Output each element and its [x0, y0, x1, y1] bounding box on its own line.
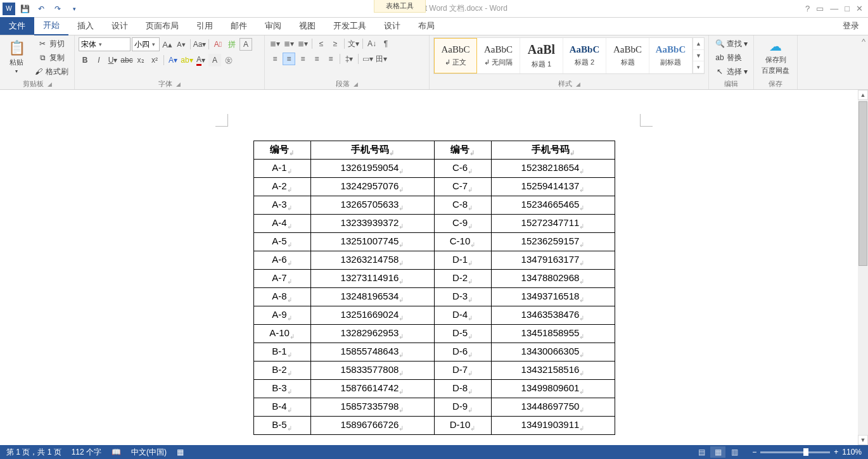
- macro-icon[interactable]: ▦: [177, 448, 184, 456]
- table-header[interactable]: 手机号码↲: [491, 141, 615, 160]
- scroll-thumb[interactable]: [858, 101, 867, 266]
- strikethrough-icon[interactable]: abc: [120, 54, 133, 66]
- format-painter-button[interactable]: 🖌格式刷: [32, 65, 70, 78]
- scroll-up-icon[interactable]: ▲: [858, 90, 868, 100]
- table-cell[interactable]: 13491903911↲: [491, 417, 615, 435]
- multilevel-icon[interactable]: ≣▾: [297, 37, 309, 50]
- help-icon[interactable]: ?: [805, 4, 810, 13]
- table-cell[interactable]: D-8↲: [434, 380, 491, 398]
- page-indicator[interactable]: 第 1 页，共 1 页: [6, 447, 61, 458]
- font-color-icon[interactable]: A▾: [195, 54, 207, 66]
- table-cell[interactable]: 13282962953↲: [310, 325, 434, 343]
- tab-insert[interactable]: 插入: [68, 17, 103, 35]
- table-cell[interactable]: D-7↲: [434, 362, 491, 380]
- table-cell[interactable]: 15234665465↲: [491, 196, 615, 215]
- zoom-in-icon[interactable]: +: [834, 448, 838, 456]
- scroll-down-icon[interactable]: ▼: [858, 435, 868, 445]
- table-row[interactable]: A-2↲13242957076↲C-7↲15259414137↲: [253, 178, 615, 196]
- table-cell[interactable]: A-7↲: [253, 270, 310, 288]
- table-cell[interactable]: D-9↲: [434, 398, 491, 417]
- tab-design[interactable]: 设计: [103, 17, 137, 35]
- table-header[interactable]: 手机号码↲: [310, 141, 434, 160]
- table-cell[interactable]: 13265705633↲: [310, 196, 434, 215]
- table-cell[interactable]: 13273114916↲: [310, 270, 434, 288]
- italic-icon[interactable]: I: [93, 54, 105, 66]
- table-cell[interactable]: 15272347711↲: [491, 215, 615, 233]
- table-row[interactable]: A-4↲13233939372↲C-9↲15272347711↲: [253, 215, 615, 233]
- table-cell[interactable]: C-9↲: [434, 215, 491, 233]
- zoom-level[interactable]: 110%: [842, 448, 862, 456]
- numbering-icon[interactable]: ≣▾: [283, 37, 295, 50]
- sort-icon[interactable]: A↓: [366, 37, 378, 50]
- style-title[interactable]: AaBbC标题: [606, 38, 649, 73]
- table-row[interactable]: B-4↲15857335798↲D-9↲13448697750↲: [253, 398, 615, 417]
- show-marks-icon[interactable]: ¶: [380, 37, 392, 50]
- table-cell[interactable]: 15896766726↲: [310, 417, 434, 435]
- ribbon-opts-icon[interactable]: ▭: [816, 4, 824, 13]
- table-cell[interactable]: 13233939372↲: [310, 215, 434, 233]
- table-cell[interactable]: B-3↲: [253, 380, 310, 398]
- table-row[interactable]: B-2↲15833577808↲D-7↲13432158516↲: [253, 362, 615, 380]
- table-cell[interactable]: 15855748643↲: [310, 343, 434, 362]
- table-cell[interactable]: D-10↲: [434, 417, 491, 435]
- table-header[interactable]: 编号↲: [434, 141, 491, 160]
- styles-more-icon[interactable]: ▾: [693, 61, 704, 73]
- table-cell[interactable]: D-3↲: [434, 288, 491, 306]
- phonetic-guide-icon[interactable]: 拼: [226, 38, 238, 51]
- table-cell[interactable]: A-5↲: [253, 233, 310, 251]
- distributed-icon[interactable]: ≡: [324, 53, 337, 65]
- style-heading2[interactable]: AaBbC标题 2: [563, 38, 606, 73]
- align-right-icon[interactable]: ≡: [297, 53, 309, 65]
- font-name-select[interactable]: 宋体▾: [79, 37, 131, 51]
- tab-view[interactable]: 视图: [290, 17, 324, 35]
- page[interactable]: 编号↲手机号码↲编号↲手机号码↲ A-1↲13261959054↲C-6↲152…: [158, 96, 710, 445]
- text-effects-icon[interactable]: A▾: [167, 54, 179, 66]
- increase-indent-icon[interactable]: ≥: [329, 37, 341, 50]
- replace-button[interactable]: ab替换: [713, 51, 744, 64]
- enclose-char-icon[interactable]: ㊛: [222, 54, 235, 66]
- language-indicator[interactable]: 中文(中国): [131, 447, 167, 458]
- tab-file[interactable]: 文件: [0, 17, 34, 35]
- align-center-icon[interactable]: ≡: [283, 53, 295, 65]
- table-cell[interactable]: A-2↲: [253, 178, 310, 196]
- tab-layout[interactable]: 页面布局: [137, 17, 188, 35]
- table-row[interactable]: B-1↲15855748643↲D-6↲13430066305↲: [253, 343, 615, 362]
- line-spacing-icon[interactable]: ‡▾: [343, 53, 355, 65]
- table-cell[interactable]: C-10↲: [434, 233, 491, 251]
- table-cell[interactable]: B-1↲: [253, 343, 310, 362]
- close-icon[interactable]: ✕: [856, 4, 863, 13]
- table-cell[interactable]: D-6↲: [434, 343, 491, 362]
- select-button[interactable]: ↖选择 ▾: [713, 65, 750, 78]
- table-row[interactable]: A-8↲13248196534↲D-3↲13493716518↲: [253, 288, 615, 306]
- table-cell[interactable]: A-1↲: [253, 160, 310, 178]
- char-border-icon[interactable]: A: [239, 38, 252, 51]
- table-cell[interactable]: D-4↲: [434, 306, 491, 325]
- table-cell[interactable]: A-8↲: [253, 288, 310, 306]
- table-cell[interactable]: 15236259157↲: [491, 233, 615, 251]
- table-cell[interactable]: D-2↲: [434, 270, 491, 288]
- table-cell[interactable]: 15857335798↲: [310, 398, 434, 417]
- style-normal[interactable]: AaBbC↲ 正文: [434, 38, 477, 73]
- font-launcher-icon[interactable]: ◢: [176, 81, 181, 87]
- table-cell[interactable]: 13248196534↲: [310, 288, 434, 306]
- table-cell[interactable]: 13493716518↲: [491, 288, 615, 306]
- table-cell[interactable]: A-3↲: [253, 196, 310, 215]
- web-layout-icon[interactable]: ▥: [727, 446, 742, 458]
- spellcheck-icon[interactable]: 📖: [112, 448, 121, 456]
- tab-home[interactable]: 开始: [34, 16, 68, 35]
- underline-icon[interactable]: U▾: [106, 54, 119, 66]
- justify-icon[interactable]: ≡: [310, 53, 323, 65]
- change-case-icon[interactable]: Aa▾: [193, 38, 206, 51]
- text-direction-icon[interactable]: 文▾: [347, 37, 360, 50]
- table-cell[interactable]: D-1↲: [434, 251, 491, 270]
- style-nospacing[interactable]: AaBbC↲ 无间隔: [477, 38, 520, 73]
- char-shading-icon[interactable]: A: [208, 54, 221, 66]
- table-cell[interactable]: 13479163177↲: [491, 251, 615, 270]
- highlight-icon[interactable]: ab▾: [181, 54, 193, 66]
- table-cell[interactable]: B-4↲: [253, 398, 310, 417]
- cut-button[interactable]: ✂剪切: [35, 37, 67, 50]
- table-cell[interactable]: D-5↲: [434, 325, 491, 343]
- table-cell[interactable]: 13263214758↲: [310, 251, 434, 270]
- qat-customize-icon[interactable]: ▾: [67, 2, 81, 16]
- paste-button[interactable]: 📋 粘贴 ▾: [4, 37, 29, 77]
